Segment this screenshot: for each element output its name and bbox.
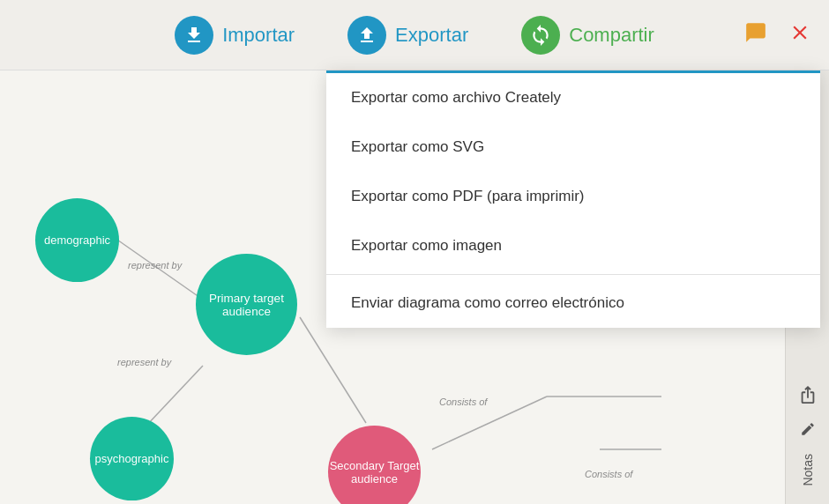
compartir-button[interactable]: Compartir xyxy=(495,0,681,70)
share-icon xyxy=(798,385,818,409)
export-dropdown: Exportar como archivo Creately Exportar … xyxy=(326,70,820,328)
connector-label-2: represent by xyxy=(117,357,171,367)
node-secondary-target[interactable]: Secondary Target audience xyxy=(328,426,421,504)
dropdown-divider xyxy=(326,274,820,275)
export-svg-item[interactable]: Exportar como SVG xyxy=(326,122,820,172)
connector-label-1: represent by xyxy=(128,260,182,271)
compartir-icon xyxy=(521,16,560,55)
node-demographic[interactable]: demographic xyxy=(35,198,119,282)
comment-button[interactable] xyxy=(741,18,771,53)
export-email-item[interactable]: Enviar diagrama como correo electrónico xyxy=(326,278,820,328)
svg-line-2 xyxy=(300,317,366,423)
exportar-button[interactable]: Exportar xyxy=(321,0,495,70)
node-primary-target[interactable]: Primary target audience xyxy=(196,254,297,355)
importar-label: Importar xyxy=(222,24,295,47)
importar-icon xyxy=(175,16,213,55)
exportar-icon xyxy=(347,16,386,55)
toolbar-right-icons xyxy=(741,18,815,53)
connector-label-3: Consists of xyxy=(439,397,487,407)
connector-label-4: Consists of xyxy=(585,469,632,479)
node-psychographic[interactable]: psychographic xyxy=(90,417,174,500)
importar-button[interactable]: Importar xyxy=(148,0,321,70)
close-button[interactable] xyxy=(785,18,815,53)
export-creately-item[interactable]: Exportar como archivo Creately xyxy=(326,73,820,122)
compartir-label: Compartir xyxy=(569,24,654,47)
toolbar: Importar Exportar Compartir xyxy=(0,0,829,70)
notas-label: Notas xyxy=(801,454,815,486)
exportar-label: Exportar xyxy=(395,24,468,47)
export-imagen-item[interactable]: Exportar como imagen xyxy=(326,221,820,271)
export-pdf-item[interactable]: Exportar como PDF (para imprimir) xyxy=(326,172,820,221)
edit-icon xyxy=(800,421,816,440)
